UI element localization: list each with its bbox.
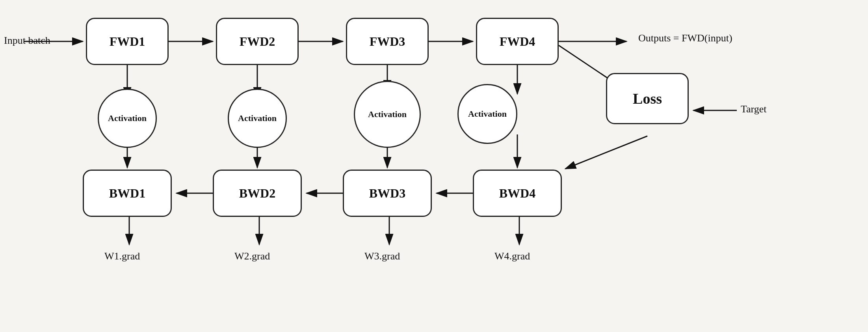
act4-node: Activation	[457, 84, 517, 144]
act3-node: Activation	[354, 81, 421, 148]
fwd1-label: FWD1	[110, 34, 145, 49]
fwd2-node: FWD2	[216, 18, 299, 65]
w1grad-label: W1.grad	[104, 250, 140, 262]
fwd4-label: FWD4	[500, 34, 535, 49]
act1-node: Activation	[98, 89, 157, 148]
fwd4-node: FWD4	[476, 18, 559, 65]
bwd3-node: BWD3	[343, 170, 432, 217]
act2-node: Activation	[228, 89, 287, 148]
outputs-label: Outputs = FWD(input)	[638, 32, 732, 44]
bwd4-label: BWD4	[499, 186, 535, 201]
input-batch-label: Input batch	[4, 35, 50, 47]
target-label: Target	[741, 103, 767, 115]
svg-line-18	[565, 136, 647, 169]
diagram: FWD1 FWD2 FWD3 FWD4 Loss Activation Acti…	[0, 0, 868, 332]
w4grad-label: W4.grad	[494, 250, 530, 262]
w2grad-label: W2.grad	[234, 250, 270, 262]
fwd3-label: FWD3	[370, 34, 405, 49]
fwd3-node: FWD3	[346, 18, 429, 65]
loss-label: Loss	[633, 90, 662, 107]
bwd1-label: BWD1	[109, 186, 145, 201]
bwd2-node: BWD2	[213, 170, 302, 217]
w3grad-label: W3.grad	[364, 250, 400, 262]
act4-label: Activation	[468, 109, 507, 119]
act3-label: Activation	[368, 109, 407, 119]
fwd1-node: FWD1	[86, 18, 169, 65]
fwd2-label: FWD2	[240, 34, 275, 49]
loss-node: Loss	[606, 73, 689, 124]
act2-label: Activation	[238, 113, 277, 123]
bwd4-node: BWD4	[473, 170, 562, 217]
bwd1-node: BWD1	[83, 170, 172, 217]
bwd3-label: BWD3	[369, 186, 405, 201]
bwd2-label: BWD2	[239, 186, 275, 201]
act1-label: Activation	[108, 113, 147, 123]
